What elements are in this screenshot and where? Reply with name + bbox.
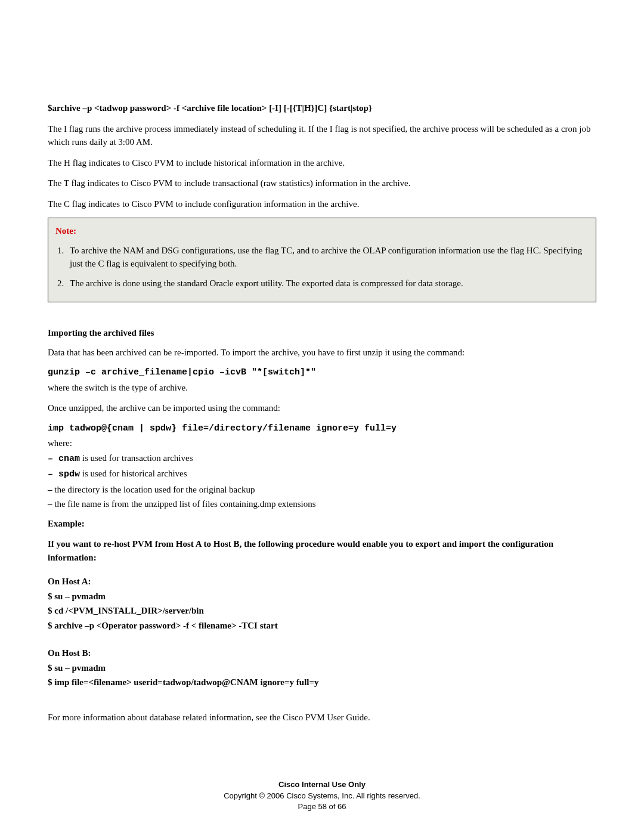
dash-4: –	[48, 499, 52, 509]
gunzip-block: gunzip –c archive_filename|cpio –icvB "*…	[48, 366, 596, 394]
paragraph-iflag: The I flag runs the archive process imme…	[48, 122, 596, 149]
footer-line3: Page 58 of 66	[0, 801, 644, 812]
host-a-line3: $ archive –p <Operator password> -f < fi…	[48, 619, 596, 633]
command-syntax: $archive –p <tadwop password> -f <archiv…	[48, 101, 596, 115]
code-spdw: – spdw	[48, 469, 80, 479]
paragraph-where-switch: where the switch is the type of archive.	[48, 381, 596, 395]
footer-line2: Copyright © 2006 Cisco Systems, Inc. All…	[0, 791, 644, 801]
note-item-1: To archive the NAM and DSG configuration…	[66, 244, 589, 271]
paragraph-cflag: The C flag indicates to Cisco PVM to inc…	[48, 197, 596, 211]
host-b-block: On Host B: $ su – pvmadm $ imp file=<fil…	[48, 646, 596, 689]
command-gunzip: gunzip –c archive_filename|cpio –icvB "*…	[48, 366, 596, 380]
code-cnam: – cnam	[48, 454, 80, 464]
paragraph-more-info: For more information about database rela…	[48, 711, 596, 724]
host-a-title: On Host A:	[48, 575, 596, 589]
footer-line1: Cisco Internal Use Only	[0, 779, 644, 790]
dash-3: –	[48, 485, 52, 494]
example-label: Example:	[48, 517, 596, 531]
document-page: $archive –p <tadwop password> -f <archiv…	[0, 0, 644, 833]
bullet-directory: – the directory is the location used for…	[48, 483, 596, 497]
bullet-cnam: – cnam is used for transaction archives	[48, 451, 596, 466]
host-a-line1: $ su – pvmadm	[48, 590, 596, 603]
paragraph-once-unzipped: Once unzipped, the archive can be import…	[48, 401, 596, 415]
example-intro: If you want to re-host PVM from Host A t…	[48, 537, 596, 564]
note-label: Note:	[55, 224, 589, 238]
text-spdw: is used for historical archives	[80, 469, 187, 478]
host-b-title: On Host B:	[48, 646, 596, 660]
paragraph-import-intro: Data that has been archived can be re-im…	[48, 346, 596, 360]
note-list: To archive the NAM and DSG configuration…	[66, 244, 589, 290]
paragraph-where: where:	[48, 436, 596, 450]
command-imp: imp tadwop@{cnam | spdw} file=/directory…	[48, 422, 596, 436]
note-item-2: The archive is done using the standard O…	[66, 277, 589, 290]
host-b-line2: $ imp file=<filename> userid=tadwop/tadw…	[48, 676, 596, 689]
host-a-line2: $ cd /<PVM_INSTALL_DIR>/server/bin	[48, 604, 596, 618]
paragraph-tflag: The T flag indicates to Cisco PVM to inc…	[48, 176, 596, 190]
bullet-filename: – the file name is from the unzipped lis…	[48, 497, 596, 511]
page-footer: Cisco Internal Use Only Copyright © 2006…	[0, 779, 644, 812]
host-a-block: On Host A: $ su – pvmadm $ cd /<PVM_INST…	[48, 575, 596, 632]
text-directory: the directory is the location used for t…	[52, 485, 255, 494]
host-b-line1: $ su – pvmadm	[48, 661, 596, 675]
note-box: Note: To archive the NAM and DSG configu…	[48, 218, 596, 302]
imp-block: imp tadwop@{cnam | spdw} file=/directory…	[48, 422, 596, 511]
text-cnam: is used for transaction archives	[80, 453, 193, 463]
paragraph-hflag: The H flag indicates to Cisco PVM to inc…	[48, 156, 596, 170]
section-importing-title: Importing the archived files	[48, 326, 596, 340]
text-filename: the file name is from the unzipped list …	[52, 499, 316, 509]
bullet-spdw: – spdw is used for historical archives	[48, 467, 596, 482]
